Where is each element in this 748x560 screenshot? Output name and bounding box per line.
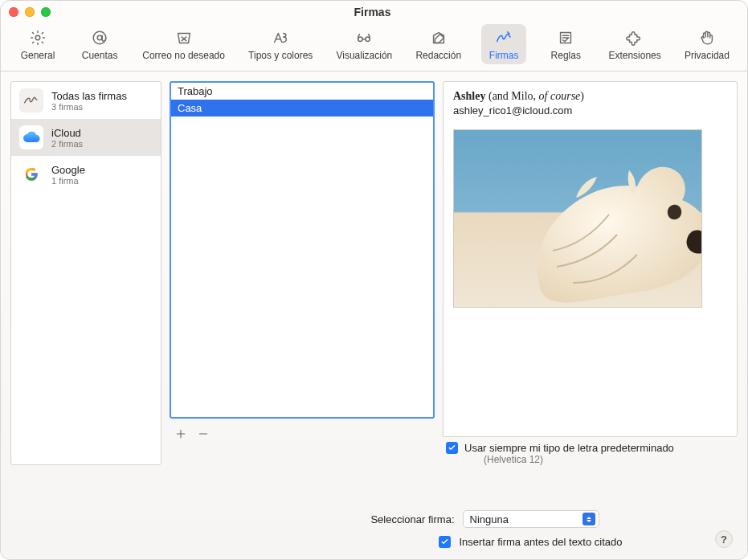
hand-icon	[695, 29, 719, 47]
tab-label: Tipos y colores	[248, 50, 313, 61]
icloud-icon	[19, 125, 43, 149]
bottom-controls: Seleccionar firma: Ninguna Insertar firm…	[1, 475, 747, 559]
tab-label: Correo no deseado	[142, 50, 225, 61]
at-icon	[88, 29, 112, 47]
account-count: 2 firmas	[51, 139, 83, 149]
tab-signatures[interactable]: Firmas	[481, 24, 526, 64]
signatures-list[interactable]: Trabajo Casa	[170, 81, 435, 419]
account-name: Todas las firmas	[51, 90, 127, 102]
use-default-font-label[interactable]: Usar siempre mi tipo de letra predetermi…	[464, 442, 674, 454]
account-google[interactable]: Google 1 firma	[11, 156, 161, 193]
account-name: Google	[51, 164, 85, 176]
tab-viewing[interactable]: Visualización	[333, 24, 395, 64]
tab-label: Firmas	[489, 50, 519, 61]
account-all-signatures[interactable]: Todas las firmas 3 firmas	[11, 82, 161, 119]
signature-preview[interactable]: Ashley (and Milo, of course) ashley_rico…	[443, 81, 738, 437]
tab-junk[interactable]: Correo no deseado	[139, 24, 228, 64]
svg-point-1	[93, 31, 106, 44]
choose-signature-popup[interactable]: Ninguna	[463, 510, 599, 528]
tab-label: Visualización	[336, 50, 392, 61]
svg-point-2	[97, 35, 102, 40]
tab-fonts[interactable]: Tipos y colores	[245, 24, 316, 64]
minimize-icon[interactable]	[25, 7, 35, 17]
account-name: iCloud	[51, 127, 83, 139]
use-default-font-row: Usar siempre mi tipo de letra predetermi…	[443, 442, 738, 465]
signature-icon	[492, 29, 516, 47]
accounts-list: Todas las firmas 3 firmas iCloud 2 firma…	[10, 81, 161, 465]
titlebar: Firmas	[1, 1, 747, 22]
tab-label: Cuentas	[82, 50, 118, 61]
tab-general[interactable]: General	[15, 24, 60, 64]
tab-label: General	[21, 50, 55, 61]
tab-label: Privacidad	[685, 50, 730, 61]
add-signature-button[interactable]	[170, 423, 192, 444]
signature-email: ashley_rico1@icloud.com	[453, 104, 727, 116]
help-button[interactable]: ?	[715, 530, 733, 548]
tab-accounts[interactable]: Cuentas	[77, 24, 122, 64]
signature-aside: (and Milo, of course)	[488, 90, 584, 102]
signature-row[interactable]: Casa	[171, 100, 433, 116]
rules-icon	[554, 29, 578, 47]
checkbox-checked-icon[interactable]	[446, 442, 458, 454]
signature-row[interactable]: Trabajo	[171, 83, 433, 100]
puzzle-icon	[623, 29, 647, 47]
tab-privacy[interactable]: Privacidad	[681, 24, 733, 64]
tab-rules[interactable]: Reglas	[543, 24, 588, 64]
choose-signature-label: Seleccionar firma:	[149, 513, 455, 525]
zoom-icon[interactable]	[41, 7, 51, 17]
signature-image	[453, 129, 702, 308]
dog-illustration	[509, 154, 702, 308]
choose-signature-value: Ninguna	[470, 513, 509, 525]
window-controls	[9, 7, 51, 17]
tab-composing[interactable]: Redacción	[412, 24, 464, 64]
window-title: Firmas	[51, 6, 739, 18]
glasses-icon	[352, 29, 376, 47]
account-count: 3 firmas	[51, 102, 127, 112]
close-icon[interactable]	[9, 7, 18, 17]
signature-owner-name: Ashley	[453, 90, 485, 102]
place-above-row: Insertar firma antes del texto citado	[15, 536, 733, 548]
remove-signature-button[interactable]	[192, 423, 215, 444]
account-icloud[interactable]: iCloud 2 firmas	[11, 119, 161, 156]
all-signatures-icon	[19, 88, 43, 112]
svg-point-0	[35, 35, 40, 40]
place-above-label[interactable]: Insertar firma antes del texto citado	[459, 536, 622, 548]
tab-label: Reglas	[551, 50, 581, 61]
choose-signature-row: Seleccionar firma: Ninguna	[15, 510, 733, 528]
signature-name-line: Ashley (and Milo, of course)	[453, 90, 727, 103]
content-area: Todas las firmas 3 firmas iCloud 2 firma…	[1, 72, 747, 475]
gear-icon	[26, 29, 50, 47]
checkbox-checked-icon[interactable]	[439, 536, 451, 548]
account-count: 1 firma	[51, 176, 85, 186]
compose-icon	[427, 29, 451, 47]
tab-label: Extensiones	[608, 50, 660, 61]
trash-icon	[172, 29, 196, 47]
google-icon	[19, 162, 43, 186]
tab-extensions[interactable]: Extensiones	[605, 24, 664, 64]
popup-stepper-icon	[582, 513, 595, 525]
tab-label: Redacción	[415, 50, 461, 61]
default-font-hint: (Helvetica 12)	[484, 454, 674, 465]
fonts-icon	[268, 29, 292, 47]
preferences-toolbar: General Cuentas Correo no deseado Tipos …	[1, 22, 747, 71]
